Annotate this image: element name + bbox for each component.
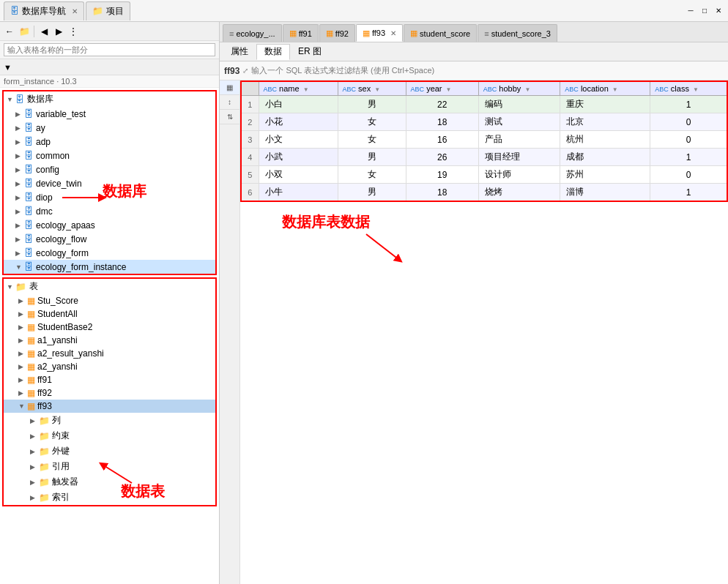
tree-item-ff93-constraints[interactable]: ▶ 📁 约束 [4, 428, 215, 443]
table-icon: ▦ [27, 348, 35, 359]
col-header-name[interactable]: ABC name ▼ [259, 81, 338, 96]
col-header-sex[interactable]: ABC sex ▼ [338, 81, 406, 96]
row-ctrl-nav[interactable]: ↕ [220, 95, 239, 110]
table-row[interactable]: 5 小双 女 19 设计师 苏州 0 [241, 166, 727, 184]
col-header-hobby[interactable]: ABC hobby ▼ [478, 81, 560, 96]
tree-item-ff93-ref[interactable]: ▶ 📁 引用 [4, 459, 215, 474]
tab-student-score-3[interactable]: ≡ student_score_3 [478, 24, 557, 42]
tree-item-ecology-flow[interactable]: ▶ 🗄 ecology_flow [4, 232, 215, 246]
search-input[interactable] [4, 43, 215, 56]
table-row[interactable]: 6 小牛 男 18 烧烤 淄博 1 [241, 184, 727, 202]
db-root-icon: 🗄 [15, 94, 24, 105]
tree-item-a2-yanshi[interactable]: ▶ ▦ a2_yanshi [4, 360, 215, 373]
subtab-er[interactable]: ER 图 [290, 44, 330, 60]
tab-project[interactable]: 📁 项目 [86, 1, 130, 20]
back-icon[interactable]: ← [3, 25, 16, 38]
subtab-data[interactable]: 数据 [256, 44, 290, 60]
tab-ecology[interactable]: ≡ ecology_... [223, 24, 282, 42]
tree-item-ecology-form-instance[interactable]: ▼ 🗄 ecology_form_instance [4, 260, 215, 274]
tables-root[interactable]: ▼ 📁 表 [4, 279, 215, 294]
col-type-hobby: ABC [483, 86, 497, 93]
db-icon: 🗄 [24, 164, 34, 175]
close-db-nav-tab[interactable]: ✕ [72, 7, 78, 15]
tree-item-ecology-apaas[interactable]: ▶ 🗄 ecology_apaas [4, 218, 215, 232]
cell-location: 苏州 [560, 166, 650, 184]
tree-item-ff91[interactable]: ▶ ▦ ff91 [4, 373, 215, 386]
sort-sex[interactable]: ▼ [374, 86, 380, 93]
tab-student-score[interactable]: ▦ student_score [404, 24, 477, 42]
col-header-class[interactable]: ABC class ▼ [650, 81, 727, 96]
table-icon: ▦ [27, 335, 35, 345]
table-expand-arrow[interactable]: ▼ [7, 283, 15, 291]
tab-ff92[interactable]: ▦ ff92 [319, 24, 355, 42]
tree-item-ff93-index[interactable]: ▶ 📁 索引 [4, 490, 215, 505]
table-icon: ▦ [27, 309, 35, 319]
item-label: ecology_form [36, 248, 89, 258]
sort-year[interactable]: ▼ [446, 86, 452, 93]
tree-item-ecology-form[interactable]: ▶ 🗄 ecology_form [4, 246, 215, 260]
db-root-label: 数据库 [27, 93, 53, 105]
expand-arrow[interactable]: ▶ [15, 111, 24, 118]
folder-tab-icon: 📁 [92, 6, 103, 16]
db-icon: 🗄 [24, 261, 34, 272]
minimize-icon[interactable]: ─ [685, 5, 697, 17]
tree-item-ff93-triggers[interactable]: ▶ 📁 触发器 [4, 474, 215, 490]
tree-item-common[interactable]: ▶ 🗄 common [4, 149, 215, 162]
tree-item-adp[interactable]: ▶ 🗄 adp [4, 135, 215, 149]
row-ctrl-1[interactable]: ▦ [220, 81, 239, 95]
tree-item-a1-yanshi[interactable]: ▶ ▦ a1_yanshi [4, 334, 215, 347]
col-header-year[interactable]: ABC year ▼ [406, 81, 478, 96]
left-arrow-icon[interactable]: ◀ [37, 25, 51, 38]
item-label: ecology_apaas [36, 220, 95, 231]
db-expand-arrow[interactable]: ▼ [7, 96, 15, 103]
col-type-name: ABC [264, 86, 278, 93]
sort-location[interactable]: ▼ [612, 86, 618, 93]
tree-item-ff93[interactable]: ▼ ▦ ff93 [4, 400, 215, 413]
tab-db-nav-label: 数据库导航 [22, 5, 66, 18]
sort-name[interactable]: ▼ [303, 86, 309, 93]
cell-sex: 女 [338, 166, 406, 184]
tab-db-nav[interactable]: 🗄 数据库导航 ✕ [4, 1, 84, 20]
sort-hobby[interactable]: ▼ [524, 86, 530, 93]
row-ctrl-filter[interactable]: ⇅ [220, 110, 239, 124]
tree-item-stu-score[interactable]: ▶ ▦ Stu_Score [4, 294, 215, 307]
table-row[interactable]: 2 小花 女 18 测试 北京 0 [241, 113, 727, 131]
maximize-icon[interactable]: □ [699, 5, 710, 17]
close-icon[interactable]: ✕ [713, 5, 724, 17]
item-label: ff93 [37, 401, 52, 411]
tree-item-student-base2[interactable]: ▶ ▦ StudentBase2 [4, 321, 215, 334]
tree-item-diop[interactable]: ▶ 🗄 diop [4, 190, 215, 204]
table-container: ABC name ▼ ABC sex ▼ [240, 81, 728, 584]
sort-class[interactable]: ▼ [693, 86, 699, 93]
tree: ▼ 🗄 数据库 ▶ 🗄 variable_test ▶ 🗄 ay [0, 88, 219, 584]
cell-name: 小双 [259, 166, 338, 184]
col-header-location[interactable]: ABC location ▼ [560, 81, 650, 96]
more-icon[interactable]: ⋮ [67, 25, 80, 38]
table-row[interactable]: 4 小武 男 26 项目经理 成都 1 [241, 149, 727, 166]
left-row-controls: ▦ ↕ ⇅ [220, 81, 240, 584]
tree-item-ff92[interactable]: ▶ ▦ ff92 [4, 386, 215, 400]
folder-icon[interactable]: 📁 [18, 25, 31, 38]
filter-icon[interactable]: ▼ [4, 63, 12, 72]
tree-item-device-twin[interactable]: ▶ 🗄 device_twin [4, 176, 215, 190]
cell-sex: 女 [338, 131, 406, 149]
tree-item-student-all[interactable]: ▶ ▦ StudentAll [4, 307, 215, 321]
close-ff93-tab[interactable]: ✕ [390, 29, 396, 37]
tree-item-a2-result-yanshi[interactable]: ▶ ▦ a2_result_yanshi [4, 347, 215, 360]
subtab-er-label: ER 图 [298, 45, 322, 58]
tree-item-ff93-fk[interactable]: ▶ 📁 外键 [4, 443, 215, 459]
table-row[interactable]: 1 小白 男 22 编码 重庆 1 [241, 96, 727, 113]
right-arrow-icon[interactable]: ▶ [52, 25, 65, 38]
tree-item-ay[interactable]: ▶ 🗄 ay [4, 121, 215, 135]
tree-item-dmc[interactable]: ▶ 🗄 dmc [4, 204, 215, 218]
table-row[interactable]: 3 小文 女 16 产品 杭州 0 [241, 131, 727, 149]
tab-ff93[interactable]: ▦ ff93 ✕ [356, 24, 403, 42]
tree-item-variable-test[interactable]: ▶ 🗄 variable_test [4, 107, 215, 121]
subtab-properties[interactable]: 属性 [223, 44, 256, 60]
right-tabs: ≡ ecology_... ▦ ff91 ▦ ff92 ▦ ff93 ✕ [220, 22, 728, 42]
db-root[interactable]: ▼ 🗄 数据库 [4, 91, 215, 107]
tree-item-config[interactable]: ▶ 🗄 config [4, 162, 215, 176]
tab-ff91[interactable]: ▦ ff91 [283, 24, 319, 42]
tree-item-ff93-columns[interactable]: ▶ 📁 列 [4, 413, 215, 428]
subtab-properties-label: 属性 [231, 45, 248, 58]
